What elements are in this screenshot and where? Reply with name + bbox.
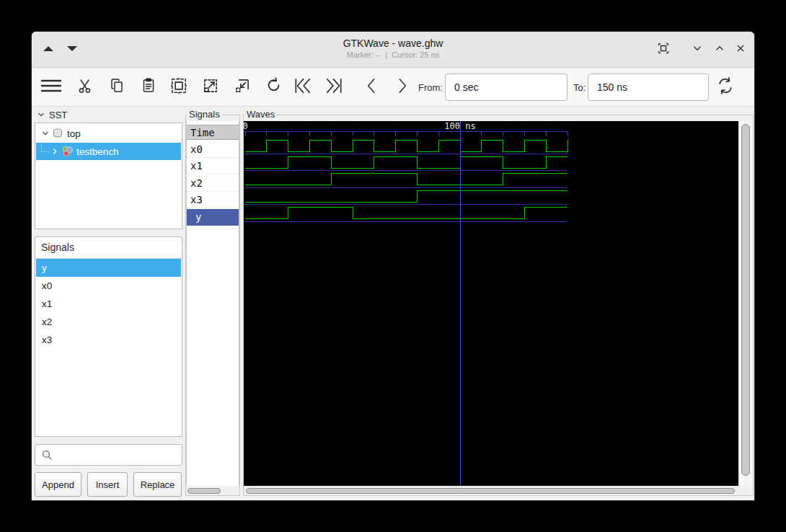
expander-down-icon[interactable] bbox=[40, 128, 50, 138]
trace-name-x3[interactable]: x3 bbox=[187, 192, 239, 208]
insert-button[interactable]: Insert bbox=[87, 472, 128, 497]
module-icon bbox=[52, 128, 64, 139]
trace-name-x1[interactable]: x1 bbox=[187, 158, 239, 174]
replace-button[interactable]: Replace bbox=[133, 472, 182, 497]
tree-item-top[interactable]: top bbox=[36, 125, 181, 142]
toolbar: From: To: bbox=[32, 68, 754, 107]
next-edge-button[interactable] bbox=[392, 76, 413, 98]
status-separator: | bbox=[383, 50, 389, 59]
to-input[interactable] bbox=[588, 74, 709, 101]
main-content: SST top testbench Signals y x0 x1 x2 x3 bbox=[32, 107, 754, 500]
shade-up-button[interactable] bbox=[43, 46, 53, 51]
from-label: From: bbox=[418, 68, 443, 107]
gtkwave-window: GTKWave - wave.ghw Marker: --|Cursor: 25… bbox=[32, 32, 754, 500]
minimize-button[interactable] bbox=[689, 41, 706, 58]
marker-status: Marker: -- bbox=[345, 50, 384, 59]
copy-button[interactable] bbox=[106, 76, 128, 98]
zoom-fit-icon bbox=[169, 76, 188, 98]
trace-name-x2[interactable]: x2 bbox=[187, 175, 239, 192]
signal-search-panel: Signals y x0 x1 x2 x3 bbox=[35, 236, 182, 437]
desktop: GTKWave - wave.ghw Marker: --|Cursor: 25… bbox=[0, 0, 786, 532]
signal-list-item-x3[interactable]: x3 bbox=[36, 331, 181, 349]
zoom-in-button[interactable] bbox=[200, 76, 221, 98]
search-icon bbox=[41, 449, 53, 461]
waves-frame-label: Waves bbox=[244, 109, 277, 120]
skip-to-start-button[interactable] bbox=[292, 76, 314, 98]
waves-vscrollbar-thumb[interactable] bbox=[741, 124, 750, 476]
tree-item-label: top bbox=[67, 128, 81, 139]
cursor-status: Cursor: 25 ns bbox=[389, 50, 441, 59]
window-title: GTKWave - wave.ghw bbox=[32, 37, 754, 49]
signal-list-item-x0[interactable]: x0 bbox=[36, 277, 181, 295]
trace-name-panel: Time x0 x1 x2 x3 y bbox=[186, 121, 239, 486]
next-edge-icon bbox=[394, 76, 411, 98]
signal-search-box bbox=[35, 444, 182, 466]
waveform-plot[interactable]: 0100 ns bbox=[244, 121, 738, 486]
zoom-out-icon bbox=[233, 76, 252, 98]
reload-button[interactable] bbox=[715, 76, 736, 98]
reload-icon bbox=[715, 76, 736, 99]
expander-right-icon[interactable] bbox=[50, 146, 60, 156]
cut-button[interactable] bbox=[74, 76, 96, 98]
signal-list-item-y[interactable]: y bbox=[36, 259, 181, 277]
undo-icon bbox=[264, 76, 283, 98]
chevron-up-icon bbox=[713, 42, 726, 58]
zoom-in-icon bbox=[201, 76, 220, 98]
signals-frame-label: Signals bbox=[187, 109, 222, 120]
svg-text:0: 0 bbox=[244, 121, 248, 131]
from-input[interactable] bbox=[445, 74, 568, 101]
zoom-fit-button[interactable] bbox=[168, 76, 190, 98]
shade-down-button[interactable] bbox=[67, 46, 77, 51]
undo-button[interactable] bbox=[262, 76, 284, 98]
skip-to-end-icon bbox=[324, 76, 344, 98]
signal-list-item-x2[interactable]: x2 bbox=[36, 313, 181, 331]
fullscreen-icon bbox=[656, 41, 671, 58]
maximize-button[interactable] bbox=[711, 41, 728, 58]
titlebar[interactable]: GTKWave - wave.ghw Marker: --|Cursor: 25… bbox=[32, 32, 754, 68]
skip-to-end-button[interactable] bbox=[323, 76, 345, 98]
paste-button[interactable] bbox=[138, 76, 159, 98]
waves-hscrollbar-thumb[interactable] bbox=[246, 488, 735, 494]
trace-name-y[interactable]: y bbox=[187, 209, 239, 226]
window-status: Marker: --|Cursor: 25 ns bbox=[32, 50, 754, 59]
package-icon bbox=[61, 146, 74, 157]
prev-edge-button[interactable] bbox=[361, 76, 382, 98]
signal-list-item-x1[interactable]: x1 bbox=[36, 295, 181, 313]
tree-connector bbox=[41, 144, 50, 152]
chevron-down-icon bbox=[36, 110, 46, 120]
names-hscrollbar[interactable] bbox=[186, 487, 239, 496]
names-hscrollbar-thumb[interactable] bbox=[187, 488, 221, 494]
time-header[interactable]: Time bbox=[187, 125, 239, 140]
sst-label: SST bbox=[49, 110, 67, 120]
waves-vscrollbar[interactable] bbox=[738, 121, 753, 486]
menu-icon bbox=[40, 77, 62, 97]
close-button[interactable] bbox=[732, 41, 749, 58]
waveform-canvas[interactable]: 0100 ns bbox=[244, 121, 738, 486]
append-button[interactable]: Append bbox=[35, 472, 81, 497]
paste-icon bbox=[141, 77, 156, 97]
sst-tree: top testbench bbox=[35, 123, 182, 229]
trace-name-x0[interactable]: x0 bbox=[187, 141, 239, 158]
prev-edge-icon bbox=[363, 76, 380, 98]
tree-item-testbench[interactable]: testbench bbox=[36, 143, 181, 160]
menu-button[interactable] bbox=[40, 76, 62, 98]
fullscreen-button[interactable] bbox=[655, 41, 672, 58]
to-label: To: bbox=[573, 68, 586, 107]
search-input[interactable] bbox=[57, 449, 187, 461]
waves-hscrollbar[interactable] bbox=[244, 487, 738, 496]
close-icon bbox=[734, 42, 747, 58]
titlebar-text: GTKWave - wave.ghw Marker: --|Cursor: 25… bbox=[32, 32, 754, 59]
signal-list-header: Signals bbox=[41, 241, 74, 253]
cut-icon bbox=[77, 77, 93, 97]
tree-item-label: testbench bbox=[76, 146, 119, 157]
zoom-out-button[interactable] bbox=[231, 76, 253, 98]
sst-header[interactable]: SST bbox=[36, 108, 67, 121]
copy-icon bbox=[109, 77, 125, 97]
chevron-down-icon bbox=[691, 42, 704, 58]
skip-to-start-icon bbox=[293, 76, 313, 98]
